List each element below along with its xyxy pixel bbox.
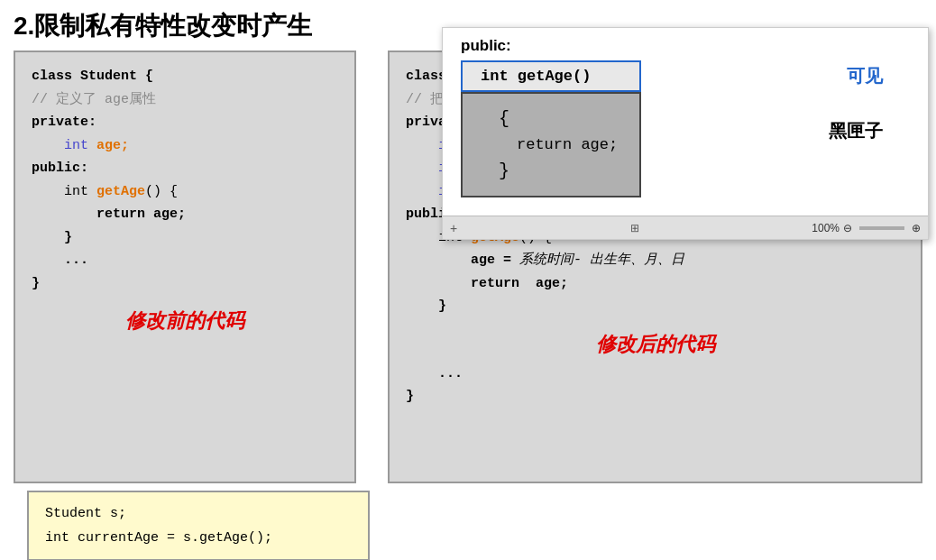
left-line3: private:	[32, 115, 96, 130]
popup-brace-open: {	[499, 108, 621, 129]
right-line9: age = 系统时间- 出生年、月、日	[406, 252, 684, 268]
bottom-line2: int currentAge = s.getAge();	[45, 530, 272, 546]
statusbar-plus[interactable]: +	[450, 221, 457, 235]
statusbar-right: 100% ⊖ ⊕	[812, 222, 921, 234]
popup-public-label: public:	[461, 37, 910, 55]
right-line3: priva	[406, 115, 446, 130]
zoom-out-icon[interactable]: ⊖	[843, 222, 852, 234]
left-line5: public:	[32, 161, 88, 176]
statusbar-center: ⊞	[463, 222, 806, 234]
popup-blackbox-text: 黑匣子	[829, 119, 883, 143]
right-line10: return age;	[406, 276, 568, 291]
left-line9: ...	[32, 252, 88, 268]
right-label: 修改后的代码	[406, 329, 904, 363]
right-line11: }	[406, 298, 446, 314]
popup-black-box: { return age; }	[461, 92, 641, 197]
right-line13: }	[406, 389, 414, 404]
popup-statusbar: + ⊞ 100% ⊖ ⊕	[443, 216, 928, 239]
popup-visible-box: int getAge()	[461, 60, 641, 92]
popup-brace-close: }	[499, 161, 621, 181]
left-line7: return age;	[32, 207, 186, 222]
bottom-code-box: Student s; int currentAge = s.getAge();	[27, 491, 370, 560]
left-line6: int getAge() {	[32, 184, 178, 199]
right-line12: ...	[406, 366, 463, 381]
left-line2: // 定义了 age属性	[32, 92, 156, 107]
zoom-level: 100%	[812, 222, 840, 234]
left-line10: }	[32, 276, 40, 291]
zoom-slider[interactable]	[859, 226, 904, 230]
bottom-line1: Student s;	[45, 506, 126, 521]
left-line4: int age;	[32, 138, 129, 153]
popup-window: public: int getAge() 可见 { return age; } …	[442, 27, 929, 240]
popup-method-label: int getAge()	[481, 68, 591, 85]
left-line1: class Student {	[32, 69, 153, 84]
zoom-in-icon[interactable]: ⊕	[912, 222, 921, 234]
left-code-box: class Student { // 定义了 age属性 private: in…	[14, 50, 356, 483]
popup-visible-text: 可见	[847, 64, 883, 88]
left-label: 修改前的代码	[32, 306, 338, 339]
left-line8: }	[32, 230, 72, 245]
popup-return-line: return age;	[517, 136, 621, 153]
